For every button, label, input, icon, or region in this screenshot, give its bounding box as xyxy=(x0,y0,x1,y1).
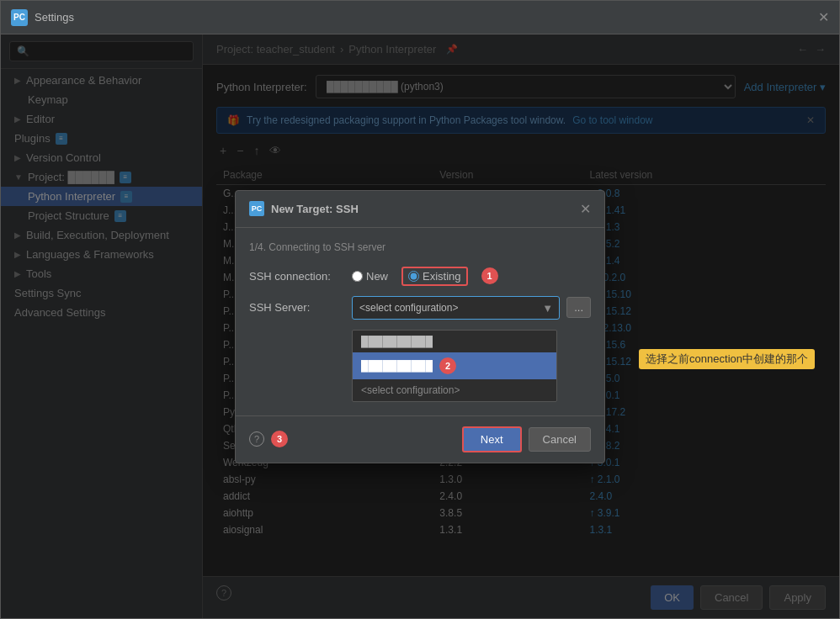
ssh-server-row: SSH Server: <select configuration> ▼ ... xyxy=(249,296,591,320)
dropdown-item-2-label: ██████████ xyxy=(361,360,433,372)
next-button[interactable]: Next xyxy=(462,426,522,452)
modal-icon: PC xyxy=(249,201,264,216)
annotation-2: 2 xyxy=(439,357,456,374)
modal-title-bar: PC New Target: SSH ✕ xyxy=(236,191,604,228)
chinese-annotation: 选择之前connection中创建的那个 xyxy=(639,349,815,369)
dots-button[interactable]: ... xyxy=(566,297,591,318)
radio-existing-label: Existing xyxy=(423,270,461,283)
radio-new-label: New xyxy=(366,270,388,283)
app-icon: PC xyxy=(11,9,28,26)
dropdown-placeholder: <select configuration> xyxy=(353,379,556,401)
ssh-server-label: SSH Server: xyxy=(249,301,342,314)
modal-overlay: PC New Target: SSH ✕ 1/4. Connecting to … xyxy=(1,34,839,618)
modal-help-button[interactable]: ? xyxy=(249,431,264,447)
annotation-1: 1 xyxy=(481,267,498,284)
radio-existing-option[interactable]: Existing xyxy=(401,267,468,286)
dropdown-item-2[interactable]: ██████████ 2 xyxy=(353,352,556,379)
server-dropdown-list[interactable]: ██████████ ██████████ 2 <select configur… xyxy=(352,330,557,402)
modal-close-button[interactable]: ✕ xyxy=(580,201,591,217)
modal-cancel-button[interactable]: Cancel xyxy=(529,427,591,452)
annotation-3: 3 xyxy=(271,431,288,447)
close-button[interactable]: ✕ xyxy=(818,9,829,25)
radio-existing[interactable] xyxy=(408,271,419,282)
ssh-connection-label: SSH connection: xyxy=(249,270,342,283)
radio-new-option[interactable]: New xyxy=(352,270,388,283)
window-title: Settings xyxy=(35,11,818,24)
dropdown-item-1[interactable]: ██████████ xyxy=(353,331,556,352)
server-select[interactable]: <select configuration> xyxy=(352,296,560,320)
modal-body: 1/4. Connecting to SSH server SSH connec… xyxy=(236,228,604,415)
modal-title: New Target: SSH xyxy=(271,203,580,215)
ssh-modal: PC New Target: SSH ✕ 1/4. Connecting to … xyxy=(235,190,605,463)
step-text: 1/4. Connecting to SSH server xyxy=(249,241,591,253)
ssh-connection-row: SSH connection: New Existing xyxy=(249,267,591,286)
modal-footer: ? 3 Next Cancel xyxy=(236,415,604,463)
radio-group: New Existing 1 xyxy=(352,267,498,286)
server-select-wrap: <select configuration> ▼ xyxy=(352,296,560,320)
radio-new[interactable] xyxy=(352,271,363,282)
title-bar: PC Settings ✕ xyxy=(1,1,839,34)
